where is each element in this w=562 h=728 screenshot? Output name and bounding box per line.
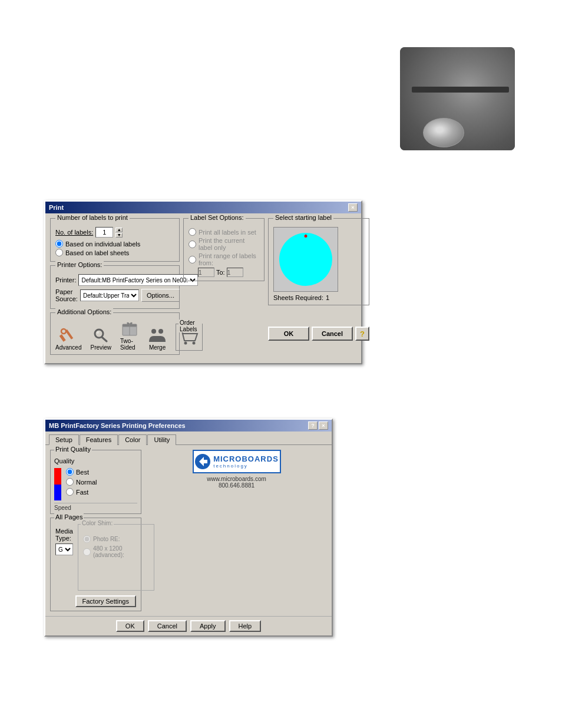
cd-stack (423, 118, 464, 147)
microboards-logo: MICROBOARDS technology (193, 450, 281, 473)
bar-red (54, 468, 61, 485)
print-dialog-title: Print (49, 204, 64, 211)
logo-icon (194, 453, 211, 470)
radio-individual[interactable] (55, 240, 63, 248)
printer-label: Printer: (55, 276, 76, 284)
radio-fast[interactable] (66, 488, 74, 496)
cancel-button[interactable]: Cancel (312, 327, 353, 341)
advanced-label: Advanced (55, 344, 81, 351)
printer-image (400, 47, 515, 150)
media-type-select[interactable]: Graphics and Text (55, 543, 73, 555)
radio-sheets[interactable] (55, 249, 63, 256)
prefs-close-btn[interactable]: × (319, 421, 328, 430)
range-from-input[interactable] (198, 268, 214, 277)
svg-point-12 (193, 342, 196, 345)
tab-setup[interactable]: Setup (49, 434, 79, 445)
num-labels-input[interactable] (95, 227, 113, 238)
magnifier-icon (91, 327, 110, 343)
logo-company: MICROBOARDS (213, 454, 279, 463)
factory-settings-button[interactable]: Factory Settings (75, 595, 136, 607)
paper-source-label: Paper Source: (55, 288, 78, 302)
radio-photo-re[interactable] (83, 535, 91, 543)
fast-label: Fast (76, 489, 88, 496)
two-sided-label: Two-Sided (120, 338, 139, 351)
spin-down[interactable]: ▼ (115, 233, 123, 238)
print-dialog: Print × Number of labels to print No. of… (44, 200, 362, 364)
radio-normal[interactable] (66, 478, 74, 486)
printer-select[interactable]: Default:MB PrintFactory Series on Ne00: (78, 274, 198, 286)
prefs-apply-button[interactable]: Apply (190, 620, 226, 632)
all-pages-label: All Pages (54, 513, 84, 521)
spin-up[interactable]: ▲ (115, 228, 123, 232)
select-starting-label: Select starting label (273, 214, 333, 221)
num-labels-group-label: Number of labels to print (55, 214, 130, 221)
merge-icon (148, 327, 167, 343)
radio-individual-label: Based on individual labels (65, 241, 140, 248)
prefs-ok-button[interactable]: OK (116, 620, 144, 632)
printer-opts-group-label: Printer Options: (55, 261, 104, 268)
prefs-cancel-button[interactable]: Cancel (148, 620, 187, 632)
tab-utility[interactable]: Utility (147, 434, 176, 445)
two-sided-icon (120, 320, 139, 337)
prefs-help-button[interactable]: Help (229, 620, 262, 632)
radio-advanced[interactable] (83, 548, 91, 556)
prefs-footer: OK Cancel Apply Help (45, 616, 332, 635)
svg-point-11 (184, 342, 187, 345)
tab-features[interactable]: Features (80, 434, 118, 445)
prefs-tabs: Setup Features Color Utility (45, 431, 332, 445)
no-of-labels-label: No. of labels: (55, 229, 93, 236)
radio-range[interactable] (189, 256, 196, 263)
radio-all-labels[interactable] (189, 228, 196, 236)
titlebar-buttons: × (348, 203, 358, 212)
svg-line-4 (102, 337, 107, 341)
label-tick: ↑ (305, 233, 307, 238)
paper-source-select[interactable]: Default:Upper Tray (80, 289, 139, 301)
prefs-dialog: MB PrintFactory Series Printing Preferen… (44, 419, 333, 637)
advanced-button[interactable]: Advanced (55, 327, 81, 351)
preview-button[interactable]: Preview (90, 327, 111, 351)
radio-all-label: Print all labels in set (199, 229, 256, 236)
svg-point-2 (61, 329, 66, 334)
prefs-help-btn[interactable]: ? (308, 421, 318, 430)
merge-button[interactable]: Merge (148, 327, 167, 351)
label-preview: ↑ (273, 227, 338, 292)
media-type-label: Media Type: (55, 528, 73, 542)
range-to-input[interactable] (227, 268, 243, 277)
ok-button[interactable]: OK (268, 327, 309, 341)
best-label: Best (76, 469, 89, 476)
radio-sheets-label: Based on label sheets (65, 249, 129, 256)
printer-slot (412, 87, 510, 93)
logo-phone: 800.646.8881 (219, 482, 254, 489)
svg-rect-0 (59, 334, 66, 342)
prefs-titlebar: MB PrintFactory Series Printing Preferen… (45, 420, 332, 431)
normal-label: Normal (76, 479, 97, 486)
logo-subtitle: technology (213, 463, 279, 469)
tab-color[interactable]: Color (118, 434, 147, 445)
options-button[interactable]: Options... (141, 289, 180, 302)
print-quality-label: Print Quality (54, 446, 92, 453)
all-pages-box: All Pages Media Type: Graphics and Text … (50, 518, 141, 611)
close-button[interactable]: × (348, 203, 358, 212)
merge-label: Merge (149, 344, 166, 351)
radio-current-label[interactable] (189, 241, 196, 248)
speed-label: Speed (54, 503, 137, 511)
svg-point-9 (151, 329, 156, 334)
sheets-required-value: 1 (326, 294, 329, 301)
prefs-title: MB PrintFactory Series Printing Preferen… (49, 422, 186, 429)
radio-best[interactable] (66, 468, 74, 476)
preview-label: Preview (90, 344, 111, 351)
two-sided-button[interactable]: Two-Sided (120, 320, 139, 351)
wrench-icon (59, 327, 78, 343)
svg-point-10 (158, 329, 163, 334)
sheets-required: Sheets Required: 1 (273, 294, 364, 301)
color-group-label: Color Shim: (81, 520, 114, 526)
logo-area: MICROBOARDS technology www.microboards.c… (193, 450, 281, 489)
label-circle: ↑ (279, 233, 332, 286)
additional-opts-label: Additional Options: (55, 308, 113, 315)
sheets-required-label: Sheets Required: (273, 294, 323, 301)
logo-url: www.microboards.com (207, 476, 266, 482)
print-dialog-titlebar: Print × (45, 202, 361, 213)
svg-point-5 (97, 331, 99, 334)
help-button[interactable]: ? (355, 327, 369, 341)
advanced-res-label: 480 x 1200 (advanced): (93, 545, 149, 558)
